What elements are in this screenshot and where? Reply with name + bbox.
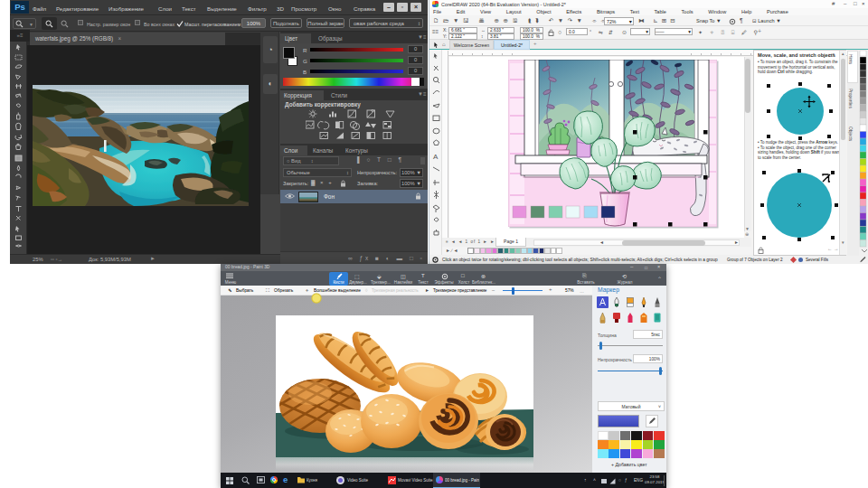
svg-text:A: A xyxy=(433,153,439,161)
